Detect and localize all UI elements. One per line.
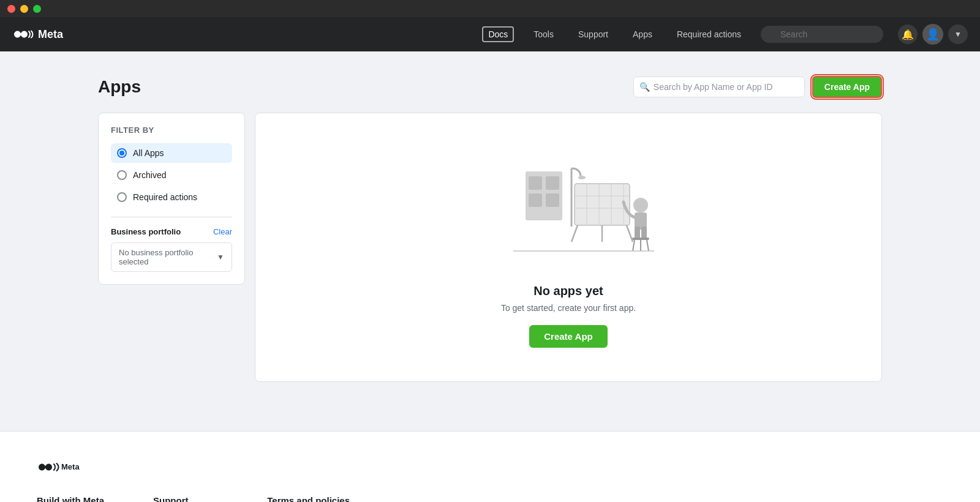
- footer-col-terms-title: Terms and policies: [267, 495, 377, 502]
- create-app-center-button[interactable]: Create App: [529, 325, 607, 348]
- svg-rect-4: [546, 193, 559, 207]
- svg-line-15: [627, 225, 633, 242]
- radio-required-actions: [117, 192, 127, 202]
- footer-logo: Meta: [37, 461, 943, 476]
- navbar-link-required-actions[interactable]: Required actions: [672, 27, 746, 42]
- svg-rect-20: [641, 227, 647, 239]
- filter-label-archived: Archived: [133, 170, 166, 180]
- footer-col-support: Support Developer support Bug reports Pl…: [153, 495, 218, 502]
- app-search-input[interactable]: [633, 77, 805, 97]
- footer-col-build-title: Build with Meta: [37, 495, 104, 502]
- navbar-link-docs[interactable]: Docs: [482, 26, 514, 42]
- notification-button[interactable]: 🔔: [898, 24, 918, 44]
- traffic-light-red[interactable]: [7, 5, 15, 13]
- svg-rect-7: [575, 184, 630, 225]
- svg-rect-19: [635, 227, 640, 239]
- empty-illustration: [483, 147, 654, 269]
- filter-option-required-actions[interactable]: Required actions: [111, 187, 232, 207]
- empty-state: No apps yet To get started, create your …: [458, 122, 679, 372]
- svg-rect-2: [546, 176, 559, 190]
- navbar-brand: Meta: [38, 28, 63, 41]
- create-app-button[interactable]: Create App: [812, 76, 882, 98]
- navbar-link-support[interactable]: Support: [573, 27, 613, 42]
- navbar-link-tools[interactable]: Tools: [529, 27, 559, 42]
- footer: Meta Build with Meta AI Ads & business G…: [0, 431, 980, 502]
- traffic-light-yellow[interactable]: [20, 5, 28, 13]
- portfolio-header: Business portfolio Clear: [111, 227, 232, 236]
- navbar-logo[interactable]: Meta: [12, 28, 63, 41]
- portfolio-section: Business portfolio Clear No business por…: [111, 217, 232, 272]
- avatar-button[interactable]: 👤: [922, 24, 943, 45]
- navbar: Meta Docs Tools Support Apps Required ac…: [0, 17, 980, 51]
- footer-col-terms: Terms and policies Responsible platform …: [267, 495, 377, 502]
- svg-line-14: [571, 225, 578, 242]
- page-container: Apps 🔍 Create App Filter by All Apps Arc…: [61, 51, 919, 406]
- main-layout: Filter by All Apps Archived Required act…: [98, 113, 882, 382]
- svg-text:Meta: Meta: [61, 462, 80, 471]
- header-right: 🔍 Create App: [633, 76, 882, 98]
- empty-state-title: No apps yet: [483, 284, 654, 298]
- chevron-down-icon[interactable]: ▼: [948, 24, 968, 44]
- navbar-search-wrapper: 🔍: [761, 26, 883, 43]
- empty-state-subtitle: To get started, create your first app.: [483, 303, 654, 313]
- window-chrome: [0, 0, 980, 17]
- portfolio-selected-value: No business portfolio selected: [119, 248, 217, 266]
- radio-archived: [117, 170, 127, 180]
- footer-col-build: Build with Meta AI Ads & business Games …: [37, 495, 104, 502]
- portfolio-chevron-icon: ▼: [217, 253, 224, 261]
- filter-label-all-apps: All Apps: [133, 148, 164, 158]
- svg-point-6: [578, 176, 586, 179]
- page-header: Apps 🔍 Create App: [98, 76, 882, 98]
- notification-icon: 🔔: [902, 29, 914, 40]
- filter-option-archived[interactable]: Archived: [111, 165, 232, 185]
- navbar-link-apps[interactable]: Apps: [628, 27, 657, 42]
- page-title: Apps: [98, 77, 141, 97]
- svg-point-17: [633, 198, 648, 212]
- footer-col-support-title: Support: [153, 495, 218, 502]
- portfolio-dropdown[interactable]: No business portfolio selected ▼: [111, 242, 232, 272]
- svg-rect-21: [632, 238, 649, 240]
- filter-sidebar: Filter by All Apps Archived Required act…: [98, 113, 245, 285]
- filter-title: Filter by: [111, 126, 232, 135]
- filter-option-all-apps[interactable]: All Apps: [111, 143, 232, 163]
- svg-rect-3: [529, 193, 542, 207]
- radio-all-apps: [117, 148, 127, 158]
- svg-rect-1: [529, 176, 542, 190]
- content-area: No apps yet To get started, create your …: [255, 113, 882, 382]
- app-search-wrapper: 🔍: [633, 77, 805, 97]
- avatar-icon: 👤: [926, 28, 940, 41]
- navbar-search-input[interactable]: [761, 26, 883, 43]
- portfolio-label: Business portfolio: [111, 227, 181, 236]
- traffic-light-green[interactable]: [33, 5, 41, 13]
- portfolio-clear-link[interactable]: Clear: [213, 227, 232, 236]
- navbar-icons: 🔔 👤 ▼: [898, 24, 968, 45]
- filter-label-required-actions: Required actions: [133, 192, 197, 202]
- footer-columns: Build with Meta AI Ads & business Games …: [37, 495, 943, 502]
- svg-line-23: [647, 240, 649, 251]
